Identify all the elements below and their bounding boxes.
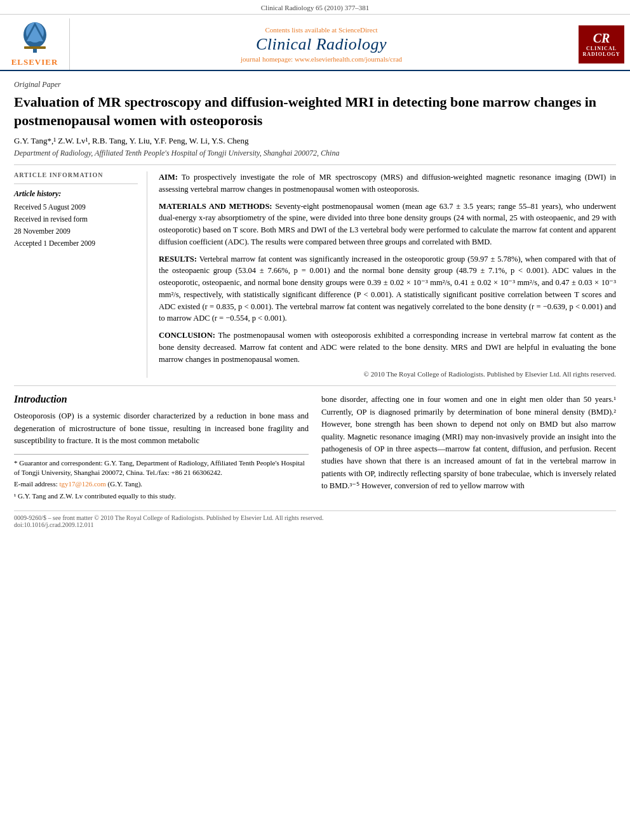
- email-link[interactable]: tgy17@126.com: [59, 480, 105, 488]
- journal-ref-text: Clinical Radiology 65 (2010) 377–381: [261, 4, 369, 11]
- homepage-text: journal homepage: www.elsevierhealth.com…: [241, 55, 402, 63]
- journal-title-area: Contents lists available at ScienceDirec…: [70, 18, 573, 70]
- journal-brand-logo: CR CLINICAL RADIOLOGY: [579, 25, 624, 63]
- bottom-ref-text: 0009-9260/$ – see front matter © 2010 Th…: [14, 514, 616, 521]
- article-info-column: ARTICLE INFORMATION Article history: Rec…: [14, 171, 147, 378]
- intro-left-col: Introduction Osteoporosis (OP) is a syst…: [14, 394, 309, 503]
- article-type-label: Original Paper: [14, 80, 616, 90]
- results-text: Vertebral marrow fat content was signifi…: [159, 255, 616, 323]
- main-content: Original Paper Evaluation of MR spectros…: [0, 71, 630, 535]
- journal-header: ELSEVIER Contents lists available at Sci…: [0, 15, 630, 71]
- methods-label: MATERIALS AND METHODS:: [159, 202, 272, 211]
- abstract-methods: MATERIALS AND METHODS: Seventy-eight pos…: [159, 201, 616, 248]
- sciencedirect-prefix: Contents lists available at: [265, 26, 338, 34]
- bottom-ref-bar: 0009-9260/$ – see front matter © 2010 Th…: [14, 510, 616, 528]
- footnote-email: E-mail address: tgy17@126.com (G.Y. Tang…: [14, 479, 309, 489]
- article-info-heading: ARTICLE INFORMATION: [14, 171, 138, 178]
- footnote-star-text: * Guarantor and correspondent: G.Y. Tang…: [14, 459, 305, 476]
- intro-right-col: bone disorder, affecting one in four wom…: [321, 394, 616, 503]
- journal-logo-line2: RADIOLOGY: [582, 51, 620, 57]
- intro-para2: bone disorder, affecting one in four wom…: [321, 394, 616, 492]
- journal-logo-right: CR CLINICAL RADIOLOGY: [573, 18, 630, 70]
- intro-para1: Osteoporosis (OP) is a systemic disorder…: [14, 410, 309, 447]
- received-revised-label: Received in revised form: [14, 214, 138, 224]
- history-label: Article history:: [14, 189, 138, 199]
- abstract-copyright: © 2010 The Royal College of Radiologists…: [159, 370, 616, 378]
- sciencedirect-link: Contents lists available at ScienceDirec…: [265, 26, 377, 34]
- sciencedirect-name[interactable]: ScienceDirect: [338, 26, 378, 34]
- authors-text: G.Y. Tang*,¹ Z.W. Lv¹, R.B. Tang, Y. Liu…: [14, 136, 249, 145]
- info-abstract-section: ARTICLE INFORMATION Article history: Rec…: [14, 164, 616, 378]
- aim-text: To prospectively investigate the role of…: [159, 173, 616, 194]
- footnote-note1: ¹ G.Y. Tang and Z.W. Lv contributed equa…: [14, 491, 309, 501]
- footnote-star: * Guarantor and correspondent: G.Y. Tang…: [14, 458, 309, 478]
- elsevier-logo: ELSEVIER: [0, 18, 70, 70]
- footnote-section: * Guarantor and correspondent: G.Y. Tang…: [14, 454, 309, 502]
- abstract-results: RESULTS: Vertebral marrow fat content wa…: [159, 253, 616, 325]
- accepted-date: Accepted 1 December 2009: [14, 238, 138, 248]
- journal-main-title: Clinical Radiology: [256, 35, 387, 54]
- aim-label: AIM:: [159, 173, 178, 182]
- elsevier-label: ELSEVIER: [11, 57, 58, 67]
- results-label: RESULTS:: [159, 255, 197, 263]
- svg-rect-6: [24, 46, 46, 49]
- doi-text: doi:10.1016/j.crad.2009.12.011: [14, 521, 616, 528]
- article-title: Evaluation of MR spectroscopy and diffus…: [14, 93, 616, 130]
- intro-heading: Introduction: [14, 394, 309, 405]
- revised-date: 28 November 2009: [14, 226, 138, 236]
- email-label: E-mail address:: [14, 480, 59, 488]
- elsevier-tree-icon: [13, 21, 57, 56]
- authors-line: G.Y. Tang*,¹ Z.W. Lv¹, R.B. Tang, Y. Liu…: [14, 136, 616, 146]
- abstract-section: AIM: To prospectively investigate the ro…: [159, 171, 616, 378]
- abstract-conclusion: CONCLUSION: The postmenopausal women wit…: [159, 330, 616, 365]
- conclusion-label: CONCLUSION:: [159, 331, 215, 340]
- journal-homepage-url: journal homepage: www.elsevierhealth.com…: [241, 55, 402, 63]
- journal-logo-cr: CR: [593, 31, 610, 46]
- abstract-column: AIM: To prospectively investigate the ro…: [159, 171, 616, 378]
- email-suffix: (G.Y. Tang).: [106, 480, 142, 488]
- journal-reference: Clinical Radiology 65 (2010) 377–381: [0, 0, 630, 15]
- conclusion-text: The postmenopausal women with osteoporos…: [159, 331, 616, 364]
- introduction-section: Introduction Osteoporosis (OP) is a syst…: [14, 394, 616, 503]
- journal-logo-line1: CLINICAL: [586, 46, 617, 51]
- received-date: Received 5 August 2009: [14, 202, 138, 212]
- section-divider: [14, 385, 616, 386]
- abstract-aim: AIM: To prospectively investigate the ro…: [159, 171, 616, 196]
- affiliation-line: Department of Radiology, Affiliated Tent…: [14, 149, 616, 158]
